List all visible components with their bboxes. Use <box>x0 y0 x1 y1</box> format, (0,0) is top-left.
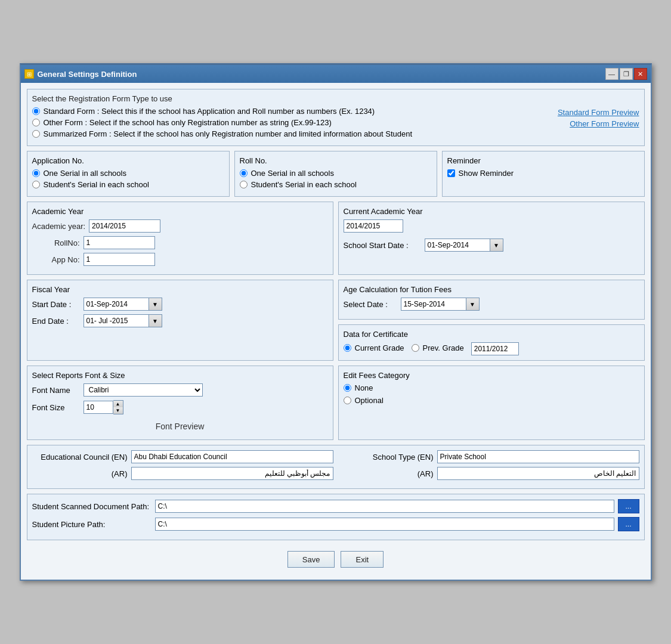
fiscal-start-date-input[interactable] <box>84 298 149 311</box>
reminder-section: Reminder Show Reminder <box>442 151 645 197</box>
close-button[interactable]: ✕ <box>634 68 647 80</box>
age-calculation-title: Age Calculation for Tution Fees <box>344 285 639 294</box>
school-type-col: School Type (EN) (AR) <box>338 450 639 484</box>
other-form-radio[interactable] <box>32 119 40 126</box>
font-size-input[interactable] <box>84 401 113 414</box>
restore-button[interactable]: ❐ <box>620 68 633 80</box>
font-name-select[interactable]: Calibri Arial Times New Roman Verdana <box>84 383 203 397</box>
fees-none-label: None <box>355 383 373 392</box>
edit-fees-title: Edit Fees Category <box>344 371 639 380</box>
app-no-input[interactable] <box>84 253 155 266</box>
picture-path-input[interactable] <box>155 518 614 531</box>
font-size-label: Font Size <box>32 403 80 412</box>
school-start-date-input[interactable] <box>425 239 490 252</box>
scanned-doc-label: Student Scanned Document Path: <box>32 502 151 511</box>
paths-section: Student Scanned Document Path: ... Stude… <box>27 494 645 540</box>
select-reports-title: Select Reports Font & Size <box>32 371 328 380</box>
summarized-form-radio[interactable] <box>32 130 40 138</box>
roll-no-title: Roll No. <box>240 156 432 165</box>
picture-path-row: Student Picture Path: ... <box>32 517 639 531</box>
edu-council-en-label: Educational Council (EN) <box>32 453 128 462</box>
academic-year-title: Academic Year <box>32 207 328 216</box>
end-date-label: End Date : <box>32 317 80 326</box>
roll-no-student-serial-label: Student's Serial in each school <box>251 180 357 189</box>
rollno-label: RollNo: <box>32 239 80 247</box>
picture-path-browse-button[interactable]: ... <box>618 517 639 531</box>
fiscal-start-date-picker-button[interactable]: ▼ <box>149 298 162 311</box>
school-start-date-picker-button[interactable]: ▼ <box>490 239 503 252</box>
age-calculation-section: Age Calculation for Tution Fees Select D… <box>338 280 645 320</box>
form-type-title: Select the Registration Form Type to use <box>32 94 639 103</box>
current-grade-radio[interactable] <box>344 344 351 352</box>
other-form-preview-link[interactable]: Other Form Preview <box>570 119 639 128</box>
font-size-up-button[interactable]: ▲ <box>113 401 123 407</box>
academic-row: Academic Year Academic year: RollNo: App… <box>27 202 645 275</box>
academic-year-label: Academic year: <box>32 222 86 231</box>
right-col: Age Calculation for Tution Fees Select D… <box>338 280 645 361</box>
fees-none-radio[interactable] <box>344 384 351 392</box>
show-reminder-checkbox[interactable] <box>447 169 455 177</box>
window-title: General Settings Definition <box>38 70 137 79</box>
app-no-section: Application No. One Serial in all school… <box>27 151 230 197</box>
font-name-label: Font Name <box>32 386 80 395</box>
fiscal-age-row: Fiscal Year Start Date : ▼ End Date : ▼ <box>27 280 645 361</box>
fiscal-end-date-input[interactable] <box>84 314 149 327</box>
roll-no-one-serial-radio[interactable] <box>240 169 248 177</box>
scanned-doc-browse-button[interactable]: ... <box>618 499 639 513</box>
scanned-doc-input[interactable] <box>155 500 614 513</box>
fees-optional-label: Optional <box>355 396 384 405</box>
standard-form-preview-link[interactable]: Standard Form Preview <box>558 108 639 117</box>
fiscal-end-date-picker-button[interactable]: ▼ <box>149 314 162 327</box>
school-start-date-wrap: ▼ <box>425 239 503 252</box>
age-select-date-picker-button[interactable]: ▼ <box>466 298 480 311</box>
age-select-date-label: Select Date : <box>344 300 397 309</box>
start-date-label: Start Date : <box>32 300 80 309</box>
roll-no-student-serial-radio[interactable] <box>240 181 248 188</box>
other-form-label: Other Form : Select if the school has on… <box>44 118 332 127</box>
summarized-form-row: Summarized Form : Select if the school h… <box>32 129 639 138</box>
app-no-student-serial-label: Student's Serial in each school <box>44 180 149 189</box>
current-academic-year-input[interactable] <box>344 219 403 233</box>
fees-optional-radio[interactable] <box>344 397 351 404</box>
data-for-certificate-title: Data for Certificate <box>344 330 639 339</box>
app-no-label: App No: <box>32 255 80 264</box>
app-no-one-serial-radio[interactable] <box>32 169 40 177</box>
reminder-title: Reminder <box>447 156 639 165</box>
font-size-down-button[interactable]: ▼ <box>113 407 123 414</box>
rollno-input[interactable] <box>84 236 155 249</box>
show-reminder-label: Show Reminder <box>459 169 514 178</box>
academic-year-input[interactable] <box>89 219 160 233</box>
title-bar: ⊞ General Settings Definition — ❐ ✕ <box>21 65 651 83</box>
edu-school-section: Educational Council (EN) (AR) School Typ… <box>27 445 645 489</box>
title-controls: — ❐ ✕ <box>605 68 647 80</box>
prev-grade-input[interactable] <box>471 342 519 355</box>
minimize-button[interactable]: — <box>605 68 619 80</box>
serial-reminder-row: Application No. One Serial in all school… <box>27 151 645 197</box>
school-type-ar-input[interactable] <box>437 467 639 480</box>
roll-no-section: Roll No. One Serial in all schools Stude… <box>234 151 437 197</box>
edit-fees-section: Edit Fees Category None Optional <box>338 366 645 440</box>
school-type-ar-label: (AR) <box>338 469 434 478</box>
age-select-date-input[interactable] <box>401 298 466 311</box>
app-no-title: Application No. <box>32 156 224 165</box>
picture-path-label: Student Picture Path: <box>32 520 151 529</box>
prev-grade-radio[interactable] <box>412 344 419 352</box>
app-no-one-serial-label: One Serial in all schools <box>44 169 126 178</box>
edu-council-en-input[interactable] <box>131 450 333 463</box>
standard-form-radio[interactable] <box>32 107 40 115</box>
prev-grade-label: Prev. Grade <box>423 343 464 352</box>
main-window: ⊞ General Settings Definition — ❐ ✕ Sele… <box>20 63 652 581</box>
standard-form-row: Standard Form : Select this if the schoo… <box>32 107 639 118</box>
font-preview-label: Font Preview <box>32 418 328 435</box>
current-grade-label: Current Grade <box>355 343 404 352</box>
exit-button[interactable]: Exit <box>341 551 384 568</box>
edu-council-ar-label: (AR) <box>32 469 128 478</box>
academic-year-section: Academic Year Academic year: RollNo: App… <box>27 202 333 275</box>
scanned-doc-row: Student Scanned Document Path: ... <box>32 499 639 513</box>
edu-council-ar-input[interactable] <box>131 467 333 480</box>
app-no-student-serial-radio[interactable] <box>32 181 40 188</box>
school-type-en-input[interactable] <box>437 450 639 463</box>
font-fees-row: Select Reports Font & Size Font Name Cal… <box>27 366 645 440</box>
data-for-certificate-section: Data for Certificate Current Grade Prev.… <box>338 324 645 361</box>
save-button[interactable]: Save <box>287 551 335 568</box>
